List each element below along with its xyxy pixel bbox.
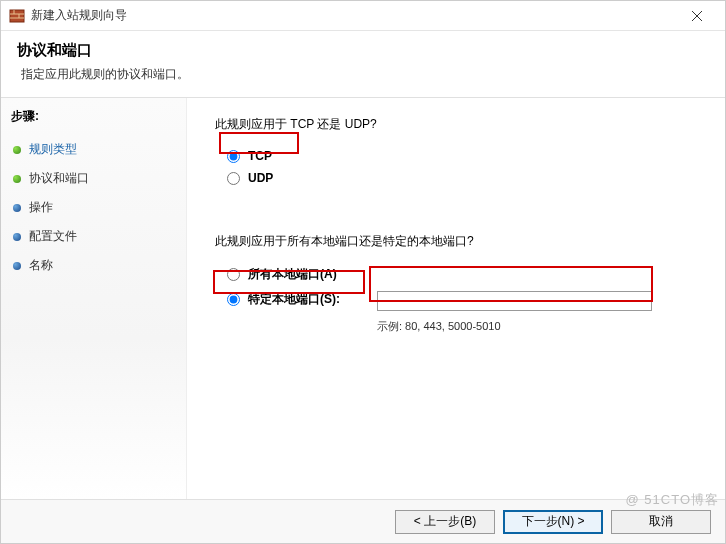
bullet-icon: [13, 233, 21, 241]
svg-rect-0: [10, 10, 24, 22]
radio-row-all-ports: 所有本地端口(A): [227, 262, 701, 287]
close-icon: [692, 11, 702, 21]
step-label: 协议和端口: [29, 170, 89, 187]
bullet-icon: [13, 146, 21, 154]
step-action[interactable]: 操作: [9, 193, 178, 222]
bullet-icon: [13, 175, 21, 183]
bullet-icon: [13, 204, 21, 212]
page-title: 协议和端口: [17, 41, 709, 60]
step-protocol-port[interactable]: 协议和端口: [9, 164, 178, 193]
cancel-button[interactable]: 取消: [611, 510, 711, 534]
header: 协议和端口 指定应用此规则的协议和端口。: [1, 31, 725, 98]
bullet-icon: [13, 262, 21, 270]
wizard-window: 新建入站规则向导 协议和端口 指定应用此规则的协议和端口。 步骤: 规则类型 协…: [0, 0, 726, 544]
radio-tcp[interactable]: [227, 150, 240, 163]
radio-row-udp: UDP: [227, 167, 701, 189]
close-button[interactable]: [677, 2, 717, 30]
sidebar-title: 步骤:: [9, 108, 178, 125]
step-label: 配置文件: [29, 228, 77, 245]
page-desc: 指定应用此规则的协议和端口。: [17, 66, 709, 83]
section-ports: 此规则应用于所有本地端口还是特定的本地端口? 所有本地端口(A) 特定本地端口(…: [215, 233, 701, 334]
radio-specific-ports[interactable]: [227, 293, 240, 306]
body: 步骤: 规则类型 协议和端口 操作 配置文件 名称 此: [1, 98, 725, 499]
step-label: 规则类型: [29, 141, 77, 158]
question-protocol: 此规则应用于 TCP 还是 UDP?: [215, 116, 701, 133]
footer: < 上一步(B) 下一步(N) > 取消: [1, 499, 725, 543]
port-example: 示例: 80, 443, 5000-5010: [377, 319, 701, 334]
question-ports: 此规则应用于所有本地端口还是特定的本地端口?: [215, 233, 701, 250]
label-tcp: TCP: [248, 149, 272, 163]
radio-udp[interactable]: [227, 172, 240, 185]
radio-row-specific-ports: 特定本地端口(S):: [227, 287, 701, 315]
sidebar: 步骤: 规则类型 协议和端口 操作 配置文件 名称: [1, 98, 187, 499]
step-label: 操作: [29, 199, 53, 216]
label-all-ports: 所有本地端口(A): [248, 266, 337, 283]
port-input[interactable]: [377, 291, 652, 311]
back-button[interactable]: < 上一步(B): [395, 510, 495, 534]
firewall-icon: [9, 8, 25, 24]
step-profile[interactable]: 配置文件: [9, 222, 178, 251]
radio-row-tcp: TCP: [227, 145, 701, 167]
step-label: 名称: [29, 257, 53, 274]
step-name[interactable]: 名称: [9, 251, 178, 280]
content: 此规则应用于 TCP 还是 UDP? TCP UDP 此规则应用于所有本地端口还…: [187, 98, 725, 499]
next-button[interactable]: 下一步(N) >: [503, 510, 603, 534]
radio-all-ports[interactable]: [227, 268, 240, 281]
titlebar-text: 新建入站规则向导: [31, 7, 677, 24]
label-specific-ports: 特定本地端口(S):: [248, 291, 340, 308]
label-udp: UDP: [248, 171, 273, 185]
titlebar: 新建入站规则向导: [1, 1, 725, 31]
step-rule-type[interactable]: 规则类型: [9, 135, 178, 164]
